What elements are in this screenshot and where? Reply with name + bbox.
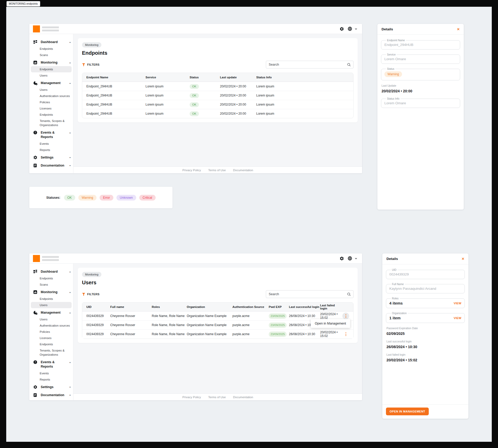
filters-button[interactable]: FILTERS xyxy=(82,63,100,66)
caret-up-icon: ▴ xyxy=(70,130,71,135)
field-roles[interactable]: Roles 4 items VIEW xyxy=(386,297,465,308)
field-full-name[interactable]: Full Name Kaylynn Passaquindici Arcand xyxy=(386,283,465,293)
sidebar-item-management-users[interactable]: Users xyxy=(31,87,72,93)
sidebar-item-reports[interactable]: Reports xyxy=(31,376,72,383)
cell-pwd-exp: 23/09/2025 xyxy=(269,313,289,319)
sidebar: Dashboard▴EndpointsScansMonitoring▴Endpo… xyxy=(29,34,73,173)
table-row[interactable]: 0024439329Cheyenne RosserRole Name, Role… xyxy=(82,329,353,339)
sidebar-section-label: Management xyxy=(41,81,60,85)
chevron-down-icon[interactable] xyxy=(354,257,357,260)
cell-auth-source: purple.acme xyxy=(232,314,269,318)
column-header: Last update xyxy=(220,76,256,79)
sidebar-item-management-endpoints[interactable]: Endpoints xyxy=(31,341,72,347)
kebab-icon[interactable] xyxy=(342,331,349,337)
field-value: 1 item xyxy=(389,316,400,320)
sidebar-item-management-licenses[interactable]: Licenses xyxy=(31,105,72,112)
sidebar-section-documentation[interactable]: Documentation▾ xyxy=(29,162,73,169)
cell-roles: Role Name, Role Name xyxy=(152,323,187,327)
field-organization[interactable]: Organization 1 item VIEW xyxy=(386,312,465,323)
search-box xyxy=(266,61,354,68)
sidebar-section-dashboard[interactable]: Dashboard▴ xyxy=(29,39,73,46)
table-row[interactable]: Endpoint_294HUBLorem ipsumOK20/02/2024 •… xyxy=(82,91,353,100)
view-roles-link[interactable]: VIEW xyxy=(454,302,461,305)
content-area: Monitoring Endpoints FILTERS Endpoint Na… xyxy=(73,34,362,167)
sidebar-section-events-reports[interactable]: Events & Reports▴ xyxy=(29,359,73,370)
endpoints-card: Monitoring Endpoints FILTERS Endpoint Na… xyxy=(78,38,358,122)
field-uid[interactable]: UID 0024439329 xyxy=(386,268,465,279)
footer-link[interactable]: Privacy Policy xyxy=(182,396,201,399)
table-row[interactable]: Endpoint_294HUBLorem ipsumOK20/02/2024 •… xyxy=(82,109,353,118)
sidebar-section-dashboard[interactable]: Dashboard▴ xyxy=(29,268,73,275)
cell-last-failed-login: 20/02/2024 • 15:02 xyxy=(320,312,342,320)
sidebar-item-dashboard-scans[interactable]: Scans xyxy=(31,52,72,58)
sidebar-section-label: Monitoring xyxy=(41,290,58,294)
search-icon xyxy=(347,292,351,296)
sidebar-section-documentation[interactable]: Documentation▾ xyxy=(29,392,73,399)
sidebar-item-monitoring-endpoints[interactable]: Endpoints xyxy=(31,296,72,302)
close-icon[interactable]: × xyxy=(462,257,464,261)
field-service[interactable]: Service Lorem Omare xyxy=(381,53,460,64)
open-in-management-button[interactable]: OPEN IN MANAGEMENT xyxy=(386,408,429,415)
footer-link[interactable]: Terms of Use xyxy=(208,169,226,172)
table-row[interactable]: Endpoint_294HUBLorem ipsumOK20/02/2024 •… xyxy=(82,82,353,91)
search-input[interactable] xyxy=(269,63,347,66)
sidebar-section-settings[interactable]: Settings▾ xyxy=(29,384,73,391)
sidebar-item-events[interactable]: Events xyxy=(31,141,72,147)
cell-organization: Organization Name Example xyxy=(187,323,232,327)
sidebar-item-management-licenses[interactable]: Licenses xyxy=(31,335,72,341)
sidebar-section-monitoring[interactable]: Monitoring▴ xyxy=(29,289,73,296)
sidebar-item-dashboard-endpoints[interactable]: Endpoints xyxy=(31,46,72,52)
sidebar-item-management-users[interactable]: Users xyxy=(31,316,72,322)
gear-icon[interactable] xyxy=(339,256,344,261)
table-row[interactable]: Endpoint_294HUBLorem ipsumOK20/02/2024 •… xyxy=(82,100,353,109)
chevron-down-icon[interactable] xyxy=(354,27,357,30)
sidebar-section-events-reports[interactable]: Events & Reports▴ xyxy=(29,129,73,141)
stat-last-update: Last Update 20/02/2024 • 20:00 xyxy=(382,84,460,93)
sidebar-item-monitoring-endpoints[interactable]: Endpoints xyxy=(31,66,72,72)
monitoring-icon xyxy=(33,290,38,294)
sidebar-item-reports[interactable]: Reports xyxy=(31,147,72,153)
sidebar-section-settings[interactable]: Settings▾ xyxy=(29,154,73,161)
cell-last-successful-login: 26/08/2024 • 10:30 xyxy=(289,314,320,318)
sidebar-item-monitoring-users[interactable]: Users xyxy=(31,72,72,79)
globe-icon[interactable] xyxy=(348,26,352,31)
sidebar-section-monitoring[interactable]: Monitoring▴ xyxy=(29,59,73,66)
sidebar-item-management-auth-sources[interactable]: Authentication sources xyxy=(31,93,72,99)
sidebar-item-management-tenants[interactable]: Tenants, Scopes & Organizations xyxy=(31,347,72,358)
sidebar-item-management-policies[interactable]: Policies xyxy=(31,329,72,335)
kebab-icon[interactable] xyxy=(342,313,349,319)
sidebar-section-management[interactable]: Management▴ xyxy=(29,80,73,87)
sidebar-section-management[interactable]: Management▴ xyxy=(29,309,73,316)
status-badge: Warning xyxy=(384,71,402,77)
footer-link[interactable]: Documentation xyxy=(233,169,253,172)
field-status-info[interactable]: Status Info Lorem Omare xyxy=(381,97,460,108)
field-status[interactable]: Status Warning xyxy=(381,67,460,80)
row-menu-open-in-management[interactable]: Open in Management xyxy=(311,319,350,328)
sidebar-item-events[interactable]: Events xyxy=(31,370,72,376)
footer-link[interactable]: Terms of Use xyxy=(208,396,226,399)
sidebar-item-dashboard-scans[interactable]: Scans xyxy=(31,281,72,288)
sidebar-item-monitoring-users[interactable]: Users xyxy=(31,302,72,308)
sidebar-item-management-endpoints[interactable]: Endpoints xyxy=(31,112,72,118)
close-icon[interactable]: × xyxy=(457,27,460,31)
gear-icon[interactable] xyxy=(339,26,344,31)
sidebar-item-management-auth-sources[interactable]: Authentication sources xyxy=(31,322,72,329)
sidebar-item-management-tenants[interactable]: Tenants, Scopes & Organizations xyxy=(31,118,72,128)
filter-icon xyxy=(82,63,85,66)
legend-pill-error: Error xyxy=(100,195,113,201)
sidebar-item-management-policies[interactable]: Policies xyxy=(31,99,72,105)
view-organization-link[interactable]: VIEW xyxy=(454,316,461,320)
field-endpoint-name[interactable]: Endpoint Name Endpoint_294HUB xyxy=(381,39,460,50)
cell-last-update: 20/02/2024 • 20:00 xyxy=(220,103,256,106)
caret-up-icon: ▴ xyxy=(70,360,71,364)
app-header xyxy=(29,24,362,34)
status-badge: OK xyxy=(190,111,199,116)
globe-icon[interactable] xyxy=(348,256,352,261)
sidebar-item-dashboard-endpoints[interactable]: Endpoints xyxy=(31,275,72,281)
footer-link[interactable]: Documentation xyxy=(233,396,253,399)
search-input[interactable] xyxy=(269,292,347,296)
column-header: Pwd EXP xyxy=(269,305,289,308)
footer-link[interactable]: Privacy Policy xyxy=(182,169,201,172)
column-header: UID xyxy=(86,305,110,308)
filters-button[interactable]: FILTERS xyxy=(82,293,100,296)
